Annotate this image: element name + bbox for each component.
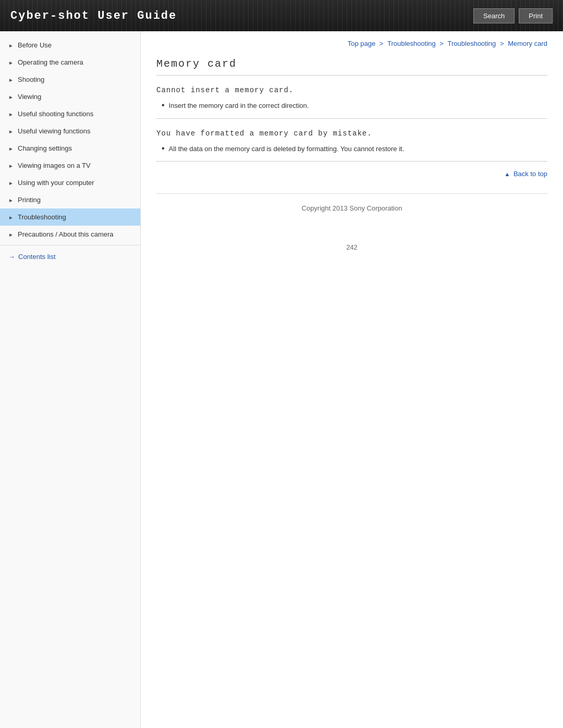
breadcrumb-separator: >	[498, 40, 506, 47]
breadcrumb-item-0[interactable]: Top page	[348, 40, 376, 47]
page-title: Memory card	[156, 58, 547, 76]
sidebar-item-using-computer[interactable]: ► Using with your computer	[0, 174, 140, 191]
sidebar-arrow-icon: ►	[8, 180, 14, 186]
sidebar-item-label: Operating the camera	[18, 58, 83, 66]
section-cannot-insert: Cannot insert a memory card. • Insert th…	[156, 86, 547, 119]
section-title-formatted-mistake: You have formatted a memory card by mist…	[156, 129, 547, 138]
bullet-text: All the data on the memory card is delet…	[169, 144, 405, 154]
sidebar-arrow-icon: ►	[8, 60, 14, 65]
breadcrumb-item-2[interactable]: Troubleshooting	[448, 40, 496, 47]
bullet-dot-icon: •	[162, 144, 165, 153]
sidebar-item-useful-viewing[interactable]: ► Useful viewing functions	[0, 122, 140, 140]
section-bullet-formatted-mistake-0: • All the data on the memory card is del…	[162, 144, 547, 154]
sidebar-item-label: Useful viewing functions	[18, 127, 90, 135]
sidebar-arrow-icon: ►	[8, 94, 14, 100]
back-to-top-label: Back to top	[513, 170, 547, 178]
sidebar-arrow-icon: ►	[8, 146, 14, 151]
sidebar-arrow-icon: ►	[8, 215, 14, 220]
print-button[interactable]: Print	[519, 8, 553, 23]
search-button[interactable]: Search	[473, 8, 515, 23]
sidebar-item-label: Viewing	[18, 93, 41, 101]
sidebar-item-label: Using with your computer	[18, 179, 94, 187]
arrow-right-icon: →	[8, 253, 15, 261]
sidebar-arrow-icon: ►	[8, 77, 14, 82]
sidebar-item-useful-shooting[interactable]: ► Useful shooting functions	[0, 105, 140, 122]
contents-list-link[interactable]: → Contents list	[0, 248, 140, 266]
sidebar-item-label: Shooting	[18, 76, 44, 83]
site-header: Cyber-shot User Guide Search Print	[0, 0, 563, 31]
breadcrumb-separator: >	[438, 40, 446, 47]
back-to-top: ▲ Back to top	[156, 170, 547, 178]
copyright-text: Copyright 2013 Sony Corporation	[302, 204, 402, 212]
breadcrumb: Top page > Troubleshooting > Troubleshoo…	[156, 40, 547, 47]
sidebar-arrow-icon: ►	[8, 163, 14, 168]
section-formatted-mistake: You have formatted a memory card by mist…	[156, 129, 547, 162]
sidebar-divider	[0, 245, 140, 245]
contents-list-label: Contents list	[18, 253, 56, 261]
triangle-up-icon: ▲	[504, 171, 510, 177]
header-buttons: Search Print	[473, 8, 553, 23]
sidebar-item-label: Viewing images on a TV	[18, 162, 91, 169]
bullet-text: Insert the memory card in the correct di…	[169, 101, 309, 111]
sidebar-item-label: Useful shooting functions	[18, 110, 93, 118]
sidebar-item-label: Before Use	[18, 41, 52, 49]
sidebar-item-before-use[interactable]: ► Before Use	[0, 36, 140, 54]
sidebar-item-label: Printing	[18, 196, 41, 204]
sidebar-item-troubleshooting[interactable]: ► Troubleshooting	[0, 208, 140, 226]
bullet-dot-icon: •	[162, 101, 165, 109]
sidebar-arrow-icon: ►	[8, 43, 14, 48]
main-layout: ► Before Use ► Operating the camera ► Sh…	[0, 31, 563, 728]
footer: Copyright 2013 Sony Corporation	[156, 193, 547, 223]
sidebar-item-shooting[interactable]: ► Shooting	[0, 71, 140, 88]
sidebar-item-label: Precautions / About this camera	[18, 230, 114, 238]
sidebar-item-precautions[interactable]: ► Precautions / About this camera	[0, 226, 140, 243]
section-title-cannot-insert: Cannot insert a memory card.	[156, 86, 547, 94]
sidebar-item-viewing-tv[interactable]: ► Viewing images on a TV	[0, 157, 140, 174]
back-to-top-link[interactable]: ▲ Back to top	[504, 170, 547, 178]
sidebar-item-label: Troubleshooting	[18, 213, 66, 221]
sidebar-item-changing-settings[interactable]: ► Changing settings	[0, 140, 140, 157]
breadcrumb-item-1[interactable]: Troubleshooting	[387, 40, 436, 47]
section-bullet-cannot-insert-0: • Insert the memory card in the correct …	[162, 101, 547, 111]
sidebar-arrow-icon: ►	[8, 198, 14, 203]
sidebar-item-operating-camera[interactable]: ► Operating the camera	[0, 54, 140, 71]
site-title: Cyber-shot User Guide	[10, 9, 177, 22]
breadcrumb-item-3: Memory card	[508, 40, 547, 47]
content-area: Top page > Troubleshooting > Troubleshoo…	[141, 31, 563, 728]
sidebar-item-printing[interactable]: ► Printing	[0, 191, 140, 208]
sidebar-item-label: Changing settings	[18, 144, 72, 152]
sidebar: ► Before Use ► Operating the camera ► Sh…	[0, 31, 141, 728]
breadcrumb-separator: >	[377, 40, 385, 47]
sidebar-arrow-icon: ►	[8, 112, 14, 117]
sidebar-arrow-icon: ►	[8, 232, 14, 237]
sidebar-arrow-icon: ►	[8, 129, 14, 134]
sidebar-item-viewing[interactable]: ► Viewing	[0, 88, 140, 105]
page-number: 242	[156, 243, 547, 251]
